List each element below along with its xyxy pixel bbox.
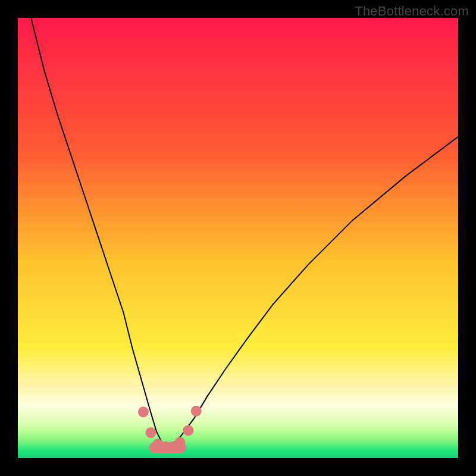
green-zone-markers-point — [145, 427, 156, 438]
green-zone-markers-point — [191, 406, 202, 416]
green-zone-markers-point — [183, 425, 193, 436]
chart-frame: TheBottleneck.com — [0, 0, 476, 476]
bottleneck-chart — [18, 18, 458, 458]
green-zone-markers-point — [138, 406, 149, 417]
plot-area — [18, 18, 458, 458]
gradient-background — [18, 18, 458, 458]
watermark-text: TheBottleneck.com — [355, 4, 469, 19]
